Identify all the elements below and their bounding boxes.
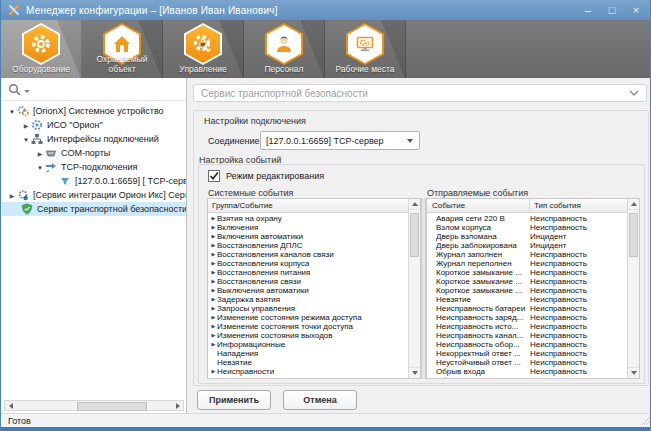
sent-event-row[interactable]: Неисправность заряд... Неисправность	[427, 313, 627, 322]
row-expand-icon[interactable]: ▶	[208, 367, 217, 376]
sent-event-row[interactable]: Неустойчивый ответ ... Неисправность	[427, 358, 627, 367]
event-group-row[interactable]: ▶ Включения	[208, 223, 408, 232]
event-group-row[interactable]: ▶ Восстановления ДПЛС	[208, 241, 408, 250]
row-expand-icon[interactable]: ▶	[208, 214, 217, 223]
system-events-column-header[interactable]: Группа/Событие	[208, 199, 408, 213]
scrollbar-thumb[interactable]	[77, 402, 147, 411]
expander-expanded-icon[interactable]	[21, 134, 31, 144]
tree-item-integration-service[interactable]: [Сервис интеграции Орион Икс] Сервис	[2, 188, 186, 202]
event-group-row[interactable]: ▶ Восстановления корпуса	[208, 259, 408, 268]
sent-event-row[interactable]: Некорректный ответ ... Неисправность	[427, 349, 627, 358]
sent-event-row[interactable]: Обрыв выхода Неисправность	[427, 376, 627, 378]
expander-collapsed-icon[interactable]	[35, 148, 45, 158]
cancel-button[interactable]: Отмена	[283, 390, 357, 410]
tab-management[interactable]: Управление	[163, 20, 244, 78]
tree-search-bar[interactable]	[2, 78, 186, 101]
row-expand-icon[interactable]: ▶	[208, 322, 217, 331]
event-group-row[interactable]: Нападения	[208, 349, 408, 358]
tree-item-connection-interfaces[interactable]: Интерфейсы подключений	[2, 132, 186, 146]
scrollbar-thumb[interactable]	[629, 213, 638, 257]
event-group-row[interactable]: Невзятие	[208, 358, 408, 367]
scroll-right-icon[interactable]	[172, 401, 183, 410]
scroll-up-icon[interactable]	[409, 199, 420, 210]
row-expand-icon[interactable]: ▶	[208, 340, 217, 349]
connection-combobox[interactable]: [127.0.0.1:6659] TCP-сервер	[260, 131, 420, 150]
expander-expanded-icon[interactable]	[35, 162, 45, 172]
minimize-button[interactable]: –	[582, 5, 594, 16]
sent-events-scrollbar[interactable]	[627, 199, 639, 378]
row-expand-icon[interactable]	[208, 358, 217, 367]
row-expand-icon[interactable]: ▶	[208, 268, 217, 277]
row-expand-icon[interactable]	[208, 349, 217, 358]
event-group-row[interactable]: ▶ Восстановления каналов связи	[208, 250, 408, 259]
scroll-down-icon[interactable]	[409, 367, 420, 378]
row-expand-icon[interactable]: ▶	[208, 259, 217, 268]
row-expand-icon[interactable]: ▶	[208, 277, 217, 286]
service-header-combobox[interactable]: Сервис транспортной безопасности	[193, 84, 647, 102]
close-button[interactable]: ×	[630, 5, 642, 16]
scrollbar-thumb[interactable]	[410, 213, 419, 257]
row-expand-icon[interactable]: ▶	[208, 304, 217, 313]
sent-event-row[interactable]: Авария сети 220 В Неисправность	[427, 214, 627, 223]
tree-horizontal-scrollbar[interactable]	[4, 400, 184, 411]
event-group-row[interactable]: ▶ Неисправности ДПЛС	[208, 376, 408, 378]
tree-item-tcp-connections[interactable]: TCP-подключения	[2, 160, 186, 174]
sent-event-row[interactable]: Дверь заблокирована Инцидент	[427, 241, 627, 250]
tab-equipment[interactable]: Оборудование	[1, 20, 82, 78]
tree-item-transport-security-service[interactable]: Сервис транспортной безопасности	[2, 202, 186, 216]
search-options-dropdown-icon[interactable]	[24, 90, 30, 93]
row-expand-icon[interactable]: ▶	[208, 241, 217, 250]
edit-mode-checkbox[interactable]	[208, 170, 220, 182]
tree-item-tcp-server[interactable]: [127.0.0.1:6659] [ TCP-сервер] TC	[2, 174, 186, 188]
resize-grip[interactable]	[640, 415, 650, 425]
sent-event-row[interactable]: Короткое замыкание ... Неисправность	[427, 277, 627, 286]
sent-event-row[interactable]: Неисправность исто... Неисправность	[427, 322, 627, 331]
event-group-row[interactable]: ▶ Восстановления питания	[208, 268, 408, 277]
event-group-row[interactable]: ▶ Восстановления связи	[208, 277, 408, 286]
sent-event-row[interactable]: Короткое замыкание ... Неисправность	[427, 286, 627, 295]
sent-event-row[interactable]: Короткое замыкание ... Неисправность	[427, 268, 627, 277]
sent-event-row[interactable]: Дверь взломана Инцидент	[427, 232, 627, 241]
sent-event-row[interactable]: Журнал заполнен Неисправность	[427, 250, 627, 259]
scroll-up-icon[interactable]	[628, 199, 639, 210]
maximize-button[interactable]: □	[606, 5, 618, 16]
sent-event-row[interactable]: Взлом корпуса Неисправность	[427, 223, 627, 232]
scroll-down-icon[interactable]	[628, 367, 639, 378]
event-group-row[interactable]: ▶ Взятия на охрану	[208, 214, 408, 223]
sent-events-column-header[interactable]: Событие Тип события	[427, 199, 627, 213]
event-group-row[interactable]: ▶ Изменения состояния выходов	[208, 331, 408, 340]
row-expand-icon[interactable]: ▶	[208, 286, 217, 295]
row-expand-icon[interactable]: ▶	[208, 313, 217, 322]
event-group-row[interactable]: ▶ Информационные	[208, 340, 408, 349]
apply-button[interactable]: Применить	[197, 390, 271, 410]
row-expand-icon[interactable]: ▶	[208, 331, 217, 340]
sent-event-row[interactable]: Невзятие Неисправность	[427, 295, 627, 304]
tree-item-com-ports[interactable]: COM-порты	[2, 146, 186, 160]
event-group-row[interactable]: ▶ Выключения автоматики	[208, 286, 408, 295]
tab-personnel[interactable]: Персонал	[244, 20, 325, 78]
expander-expanded-icon[interactable]	[7, 106, 17, 116]
row-expand-icon[interactable]: ▶	[208, 376, 217, 378]
event-group-row[interactable]: ▶ Запросы управления	[208, 304, 408, 313]
sent-event-row[interactable]: Неисправность батареи Неисправность	[427, 304, 627, 313]
search-icon[interactable]	[8, 83, 21, 96]
event-group-row[interactable]: ▶ Задержка взятия	[208, 295, 408, 304]
sent-event-row[interactable]: Неисправность канал... Неисправность	[427, 331, 627, 340]
event-group-row[interactable]: ▶ Неисправности	[208, 367, 408, 376]
tree-item-system-device[interactable]: [OrionX] Системное устройство	[2, 104, 186, 118]
sent-event-row[interactable]: Журнал переполнен Неисправность	[427, 259, 627, 268]
expander-collapsed-icon[interactable]	[21, 120, 31, 130]
tab-workstations[interactable]: Рабочие места	[325, 20, 406, 78]
sent-event-row[interactable]: Обрыв входа Неисправность	[427, 367, 627, 376]
tree-item-iso-orion[interactable]: ИСО "Орион"	[2, 118, 186, 132]
event-group-row[interactable]: ▶ Включения автоматики	[208, 232, 408, 241]
event-group-row[interactable]: ▶ Изменение состояния точки доступа	[208, 322, 408, 331]
sent-event-row[interactable]: Неисправность обор... Неисправность	[427, 340, 627, 349]
tab-protected-object[interactable]: Охраняемый объект	[82, 20, 163, 78]
system-events-scrollbar[interactable]	[408, 199, 420, 378]
row-expand-icon[interactable]: ▶	[208, 295, 217, 304]
expander-collapsed-icon[interactable]	[7, 190, 17, 200]
event-group-row[interactable]: ▶ Изменение состояния режима доступа	[208, 313, 408, 322]
row-expand-icon[interactable]: ▶	[208, 223, 217, 232]
row-expand-icon[interactable]: ▶	[208, 250, 217, 259]
